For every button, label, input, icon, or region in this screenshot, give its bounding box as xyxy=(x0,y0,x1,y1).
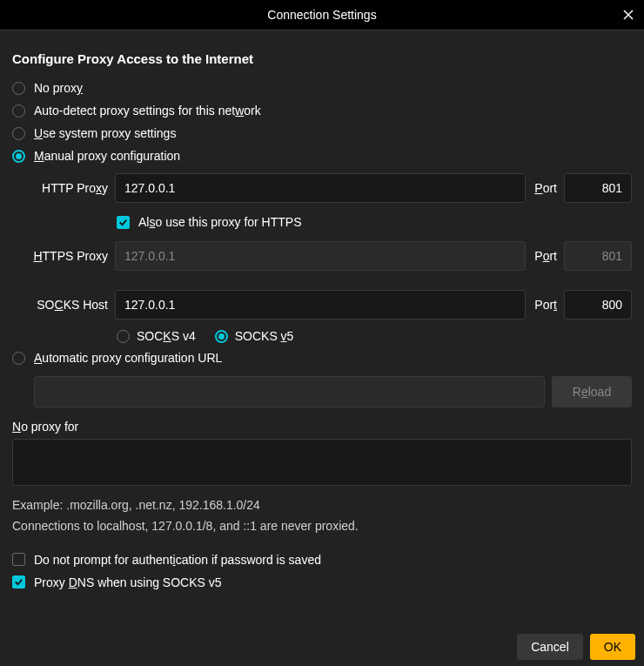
no-proxy-textarea[interactable] xyxy=(12,439,632,486)
http-port-input[interactable] xyxy=(564,173,632,203)
radio-auto-detect[interactable] xyxy=(12,104,25,118)
pac-url-row: Reload xyxy=(12,376,632,407)
radio-system-label: Use system proxy settings xyxy=(34,126,176,140)
socks-host-row: SOCKS Host Port xyxy=(12,290,632,320)
cancel-button[interactable]: Cancel xyxy=(517,634,583,660)
radio-no-proxy-row[interactable]: No proxy xyxy=(12,77,632,99)
socks-version-row: SOCKS v4 SOCKS v5 xyxy=(12,326,632,346)
example-text: Example: .mozilla.org, .net.nz, 192.168.… xyxy=(12,495,632,515)
radio-auto-url[interactable] xyxy=(12,352,25,365)
also-https-label: Also use this proxy for HTTPS xyxy=(138,215,302,229)
also-https-row[interactable]: Also use this proxy for HTTPS xyxy=(12,209,632,235)
socks-port-label: Port xyxy=(534,298,557,312)
radio-no-proxy[interactable] xyxy=(12,82,25,95)
ok-button[interactable]: OK xyxy=(590,634,635,660)
no-prompt-row[interactable]: Do not prompt for authentication if pass… xyxy=(12,548,632,571)
socks-v5-label: SOCKS v5 xyxy=(235,329,294,343)
content-area: Configure Proxy Access to the Internet N… xyxy=(0,30,644,628)
check-icon xyxy=(118,218,128,227)
proxy-dns-label: Proxy DNS when using SOCKS v5 xyxy=(34,575,222,589)
close-button[interactable] xyxy=(620,6,637,24)
dialog-title: Connection Settings xyxy=(267,8,376,22)
radio-auto-url-row[interactable]: Automatic proxy configuration URL xyxy=(12,346,632,369)
https-proxy-input xyxy=(115,241,526,271)
section-heading: Configure Proxy Access to the Internet xyxy=(12,51,632,66)
socks-host-label: SOCKS Host xyxy=(12,298,108,312)
radio-system[interactable] xyxy=(12,127,25,140)
titlebar: Connection Settings xyxy=(0,0,644,30)
https-port-label: Port xyxy=(534,249,557,263)
radio-manual[interactable] xyxy=(12,150,25,163)
socks-port-input[interactable] xyxy=(564,290,632,320)
radio-manual-row[interactable]: Manual proxy configuration xyxy=(12,145,632,167)
radio-socks-v4[interactable] xyxy=(117,330,130,343)
radio-auto-url-label: Automatic proxy configuration URL xyxy=(34,351,222,365)
socks-v4-label: SOCKS v4 xyxy=(137,329,196,343)
radio-auto-detect-label: Auto-detect proxy settings for this netw… xyxy=(34,104,261,118)
http-port-label: Port xyxy=(534,181,557,195)
https-proxy-row: HTTPS Proxy Port xyxy=(12,241,632,271)
no-proxy-for-label: No proxy for xyxy=(12,420,632,434)
pac-url-input xyxy=(34,376,545,407)
radio-system-row[interactable]: Use system proxy settings xyxy=(12,122,632,145)
also-https-checkbox[interactable] xyxy=(117,216,130,229)
radio-auto-detect-row[interactable]: Auto-detect proxy settings for this netw… xyxy=(12,99,632,122)
socks-v4-option[interactable]: SOCKS v4 xyxy=(117,329,196,343)
http-proxy-label: HTTP Proxy xyxy=(12,181,108,195)
proxy-dns-checkbox[interactable] xyxy=(12,575,25,589)
https-port-input xyxy=(564,241,632,271)
https-proxy-label: HTTPS Proxy xyxy=(12,249,108,263)
no-prompt-label: Do not prompt for authentication if pass… xyxy=(34,553,321,567)
radio-socks-v5[interactable] xyxy=(215,330,228,343)
http-proxy-input[interactable] xyxy=(115,173,526,203)
radio-manual-label: Manual proxy configuration xyxy=(34,149,180,163)
socks-host-input[interactable] xyxy=(115,290,526,320)
no-prompt-checkbox[interactable] xyxy=(12,553,25,566)
dialog-footer: Cancel OK xyxy=(0,628,644,666)
localhost-note: Connections to localhost, 127.0.0.1/8, a… xyxy=(12,516,632,535)
proxy-dns-row[interactable]: Proxy DNS when using SOCKS v5 xyxy=(12,571,632,594)
reload-button: Reload xyxy=(552,376,632,407)
socks-v5-option[interactable]: SOCKS v5 xyxy=(215,329,294,343)
close-icon xyxy=(623,10,634,20)
http-proxy-row: HTTP Proxy Port xyxy=(12,173,632,203)
radio-no-proxy-label: No proxy xyxy=(34,81,83,95)
check-icon xyxy=(14,577,23,587)
